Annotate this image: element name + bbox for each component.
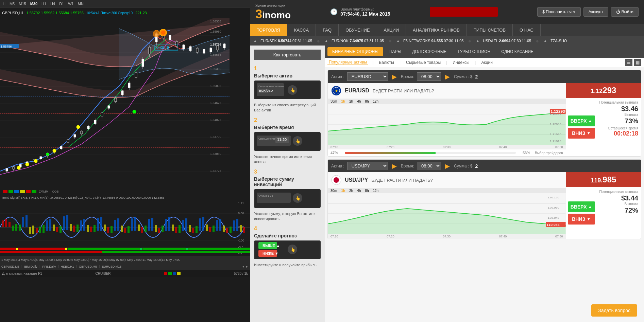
svg-point-87 bbox=[34, 159, 37, 163]
view-grid-btn[interactable]: ▦ bbox=[634, 59, 641, 66]
card-2-side: 119.985 ВВЕРХ ▲ ВНИЗ bbox=[566, 172, 641, 239]
time-select-1[interactable]: 08:00 bbox=[417, 72, 441, 81]
logout-button[interactable]: ⏻ Выйти bbox=[611, 7, 639, 17]
tf-date-8[interactable]: 8 May 23:00 bbox=[124, 258, 141, 262]
subnav-binary[interactable]: БИНАРНЫЕ ОПЦИОНЫ bbox=[327, 47, 383, 56]
svg-text:1.11930: 1.11930 bbox=[550, 133, 561, 136]
toolbar-m15[interactable]: M15 bbox=[17, 2, 27, 6]
svg-rect-62 bbox=[149, 47, 151, 54]
toolbar-m5[interactable]: M5 bbox=[8, 2, 16, 6]
subnav-touch[interactable]: ОДНО КАСАНИЕ bbox=[496, 47, 538, 56]
step-2-number: 2 bbox=[254, 117, 321, 123]
svg-rect-125 bbox=[22, 217, 24, 227]
tf-date-4[interactable]: 6 May 07:00 bbox=[54, 258, 71, 262]
tp-4h[interactable]: 4h bbox=[357, 100, 361, 103]
sym-ibm[interactable]: IBM,Daily bbox=[24, 265, 37, 268]
svg-rect-133 bbox=[49, 219, 51, 231]
tf-date-10[interactable]: 12 May 07:00 bbox=[162, 258, 181, 262]
svg-rect-149 bbox=[104, 225, 106, 231]
tp-8h[interactable]: 8h bbox=[365, 100, 369, 103]
ticker-eur-nok: EUR/NOK 7.34975 07:31 11.05 bbox=[332, 39, 384, 43]
sym-gbpusd[interactable]: GBPUSD,M5 bbox=[1, 265, 19, 268]
help-button[interactable]: Задать вопрос bbox=[591, 304, 637, 317]
svg-rect-146 bbox=[94, 225, 96, 232]
tp-2h[interactable]: 2h bbox=[349, 100, 353, 103]
svg-rect-157 bbox=[131, 218, 133, 231]
nav-learning[interactable]: ОБУЧЕНИЕ bbox=[339, 24, 377, 36]
indicator-red2 bbox=[26, 190, 31, 193]
tp-12h[interactable]: 12h bbox=[373, 100, 379, 103]
asset-select-usdjpy[interactable]: USD/JPY bbox=[347, 162, 388, 170]
tp2-12h[interactable]: 12h bbox=[373, 189, 379, 193]
deposit-button[interactable]: $ Пополнить счет bbox=[537, 7, 581, 17]
tp2-30m[interactable]: 30m bbox=[331, 189, 337, 193]
sym-eurusd-m15[interactable]: EURUSD,M15 bbox=[102, 265, 121, 268]
tp2-4h[interactable]: 4h bbox=[357, 189, 361, 193]
svg-rect-147 bbox=[97, 218, 99, 231]
tf-date-9[interactable]: 11 May 15:00 bbox=[142, 258, 161, 262]
up-triangle-2: ▲ bbox=[588, 204, 592, 209]
sym-gbpusd-m5[interactable]: GBPUSD,M5 bbox=[79, 265, 97, 268]
toolbar-mn[interactable]: MN bbox=[77, 2, 85, 6]
filter-currencies[interactable]: Валюты bbox=[377, 60, 395, 65]
tp2-1h[interactable]: 1h bbox=[341, 189, 345, 193]
svg-text:11:20: 11:20 bbox=[277, 138, 287, 142]
down-button-usdjpy[interactable]: ВНИЗ ▼ bbox=[568, 214, 595, 225]
svg-text:1.54675: 1.54675 bbox=[210, 101, 221, 105]
nav-faq[interactable]: FAQ bbox=[316, 24, 339, 36]
yield-value-1: 73% bbox=[625, 117, 638, 125]
nav-trading[interactable]: ТОРГОВЛЯ bbox=[250, 24, 287, 36]
tf-date-5[interactable]: 6 May 23:00 bbox=[71, 258, 88, 262]
tf-date-3[interactable]: 5 May 15:00 bbox=[36, 258, 53, 262]
usdjpy-flag bbox=[331, 175, 341, 185]
tp2-8h[interactable]: 8h bbox=[365, 189, 369, 193]
up-button-eurusd[interactable]: ВВЕРХ ▲ bbox=[568, 115, 595, 126]
tf-date-1[interactable]: 1 May 2015 bbox=[1, 258, 17, 262]
svg-text:120.040: 120.040 bbox=[548, 216, 559, 219]
time-select-2[interactable]: 08:00 bbox=[417, 162, 441, 170]
toolbar-d1[interactable]: D1 bbox=[58, 2, 65, 6]
filter-stocks[interactable]: Акции bbox=[480, 60, 494, 65]
filter-indexes[interactable]: Индексы bbox=[451, 60, 471, 65]
subnav-pairs[interactable]: ПАРЫ bbox=[385, 47, 406, 56]
svg-text:119.985: 119.985 bbox=[547, 223, 560, 227]
ticker-arrow-up5: ▲ bbox=[543, 39, 547, 43]
down-button-eurusd[interactable]: ВНИЗ ▼ bbox=[568, 128, 595, 139]
tp2-2h[interactable]: 2h bbox=[349, 189, 353, 193]
svg-rect-40 bbox=[74, 135, 76, 137]
view-list-btn[interactable]: ☰ bbox=[625, 59, 632, 66]
toolbar-h1[interactable]: H1 bbox=[40, 2, 48, 6]
toolbar-m30[interactable]: M30 bbox=[29, 2, 39, 6]
account-button[interactable]: Аккаунт bbox=[583, 7, 608, 17]
nav-about[interactable]: О НАС bbox=[513, 24, 541, 36]
binomo-main: Как торговать 1 Выберите актив Популярны… bbox=[250, 46, 644, 322]
subnav-turbo[interactable]: ТУРБО ОПЦИОН bbox=[453, 47, 495, 56]
tf-date-2[interactable]: 4 May 07:00 bbox=[18, 258, 35, 262]
toolbar-h[interactable]: H bbox=[1, 2, 7, 6]
trade-card-usdjpy: Актив : USD/JPY ▶ Время: 08:00 ▶ Сумма :… bbox=[327, 159, 641, 239]
toolbar-w1[interactable]: W1 bbox=[67, 2, 75, 6]
nav-analytics[interactable]: АНАЛИТИКА РЫНКОВ bbox=[406, 24, 467, 36]
trader-pct-right: 53% bbox=[523, 151, 530, 155]
svg-text:1.55980: 1.55980 bbox=[210, 30, 221, 33]
step-1-number: 1 bbox=[254, 66, 321, 72]
sym-hsbc[interactable]: HSBC,H1 bbox=[61, 265, 74, 268]
filter-commodities[interactable]: Сырьевые товары bbox=[405, 60, 442, 65]
up-button-usdjpy[interactable]: ВВЕРХ ▲ bbox=[568, 201, 595, 212]
cruiser-label: CRUISER bbox=[96, 272, 111, 275]
tf-date-6[interactable]: 7 May 15:00 bbox=[89, 258, 106, 262]
nav-kassa[interactable]: КАССА bbox=[287, 24, 316, 36]
asset-select-eurusd[interactable]: EUR/USD bbox=[347, 72, 388, 81]
nav-actions[interactable]: АКЦИИ bbox=[377, 24, 406, 36]
filter-popular[interactable]: Популярные активы bbox=[327, 60, 368, 65]
toolbar-h4[interactable]: H4 bbox=[49, 2, 56, 6]
subnav-longterm[interactable]: ДОЛГОСРОЧНЫЕ bbox=[407, 47, 451, 56]
nav-account-types[interactable]: ТИПЫ СЧЕТОВ bbox=[467, 24, 513, 36]
sym-pfe[interactable]: PFE,Daily bbox=[42, 265, 56, 268]
tp-30m[interactable]: 30m bbox=[331, 100, 337, 103]
nav-arrows[interactable]: ◄ ► bbox=[242, 265, 249, 268]
tf-date-7[interactable]: 8 May 07:00 bbox=[107, 258, 124, 262]
tp-1h[interactable]: 1h bbox=[341, 100, 345, 103]
chart-symbol: GBPUSD,H1 bbox=[2, 11, 24, 15]
svg-text:1.55555: 1.55555 bbox=[210, 53, 221, 56]
